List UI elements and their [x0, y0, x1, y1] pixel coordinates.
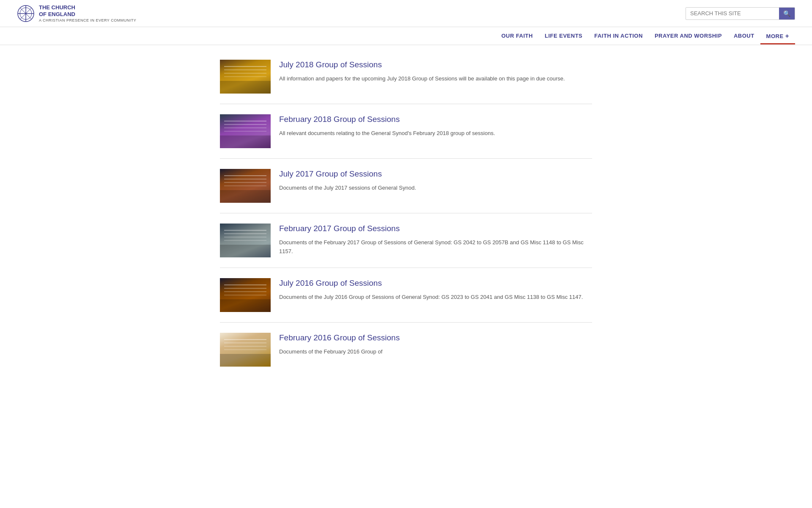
session-item: July 2017 Group of Sessions Documents of…	[220, 159, 592, 213]
search-input[interactable]	[686, 8, 779, 19]
nav-item-prayer-worship[interactable]: PRAYER AND WORSHIP	[649, 28, 728, 44]
session-description: Documents of the July 2017 sessions of G…	[279, 184, 592, 193]
logo-text: THE CHURCHOF ENGLAND A CHRISTIAN PRESENC…	[39, 4, 136, 22]
session-image	[220, 169, 271, 203]
search-button[interactable]: 🔍	[779, 8, 795, 19]
session-content: July 2016 Group of Sessions Documents of…	[279, 278, 592, 301]
session-thumbnail[interactable]	[220, 333, 271, 367]
nav-item-more[interactable]: MORE +	[760, 27, 795, 44]
session-thumbnail[interactable]	[220, 278, 271, 312]
session-image	[220, 60, 271, 94]
session-thumbnail[interactable]	[220, 169, 271, 203]
session-image	[220, 278, 271, 312]
session-image	[220, 333, 271, 367]
nav-item-our-faith[interactable]: OUR FAITH	[495, 28, 539, 44]
site-header: THE CHURCHOF ENGLAND A CHRISTIAN PRESENC…	[0, 0, 812, 27]
session-content: February 2018 Group of Sessions All rele…	[279, 114, 592, 138]
session-content: July 2018 Group of Sessions All informat…	[279, 60, 592, 83]
session-thumbnail[interactable]	[220, 114, 271, 148]
nav-item-about[interactable]: ABOUT	[728, 28, 760, 44]
session-description: Documents of the February 2017 Group of …	[279, 238, 592, 256]
nav-item-faith-in-action[interactable]: FAITH IN ACTION	[588, 28, 649, 44]
session-title[interactable]: July 2017 Group of Sessions	[279, 169, 592, 179]
session-description: All relevant documents relating to the G…	[279, 129, 592, 138]
session-item: February 2017 Group of Sessions Document…	[220, 213, 592, 268]
session-thumbnail[interactable]	[220, 60, 271, 94]
session-title[interactable]: February 2018 Group of Sessions	[279, 114, 592, 125]
session-content: February 2016 Group of Sessions Document…	[279, 333, 592, 356]
session-item: February 2016 Group of Sessions Document…	[220, 323, 592, 377]
logo-org-name: THE CHURCHOF ENGLAND	[39, 4, 136, 17]
search-form: 🔍	[686, 7, 795, 20]
session-thumbnail[interactable]	[220, 224, 271, 257]
more-plus-icon: +	[785, 32, 789, 39]
session-title[interactable]: February 2017 Group of Sessions	[279, 224, 592, 234]
logo-link[interactable]: THE CHURCHOF ENGLAND A CHRISTIAN PRESENC…	[17, 4, 136, 22]
session-title[interactable]: February 2016 Group of Sessions	[279, 333, 592, 343]
session-content: July 2017 Group of Sessions Documents of…	[279, 169, 592, 192]
nav-item-life-events[interactable]: LIFE EVENTS	[539, 28, 588, 44]
session-title[interactable]: July 2016 Group of Sessions	[279, 278, 592, 289]
session-content: February 2017 Group of Sessions Document…	[279, 224, 592, 256]
logo-tagline: A CHRISTIAN PRESENCE IN EVERY COMMUNITY	[39, 18, 136, 22]
session-image	[220, 224, 271, 257]
session-item: July 2016 Group of Sessions Documents of…	[220, 268, 592, 323]
session-title[interactable]: July 2018 Group of Sessions	[279, 60, 592, 70]
session-item: July 2018 Group of Sessions All informat…	[220, 50, 592, 104]
main-content: July 2018 Group of Sessions All informat…	[203, 50, 609, 394]
main-nav: OUR FAITH LIFE EVENTS FAITH IN ACTION PR…	[0, 27, 812, 45]
session-list: July 2018 Group of Sessions All informat…	[220, 50, 592, 377]
session-description: Documents of the July 2016 Group of Sess…	[279, 293, 592, 302]
session-description: All information and papers for the upcom…	[279, 75, 592, 83]
logo-icon	[17, 5, 35, 22]
session-description: Documents of the February 2016 Group of	[279, 348, 592, 356]
session-item: February 2018 Group of Sessions All rele…	[220, 104, 592, 159]
session-image	[220, 114, 271, 148]
